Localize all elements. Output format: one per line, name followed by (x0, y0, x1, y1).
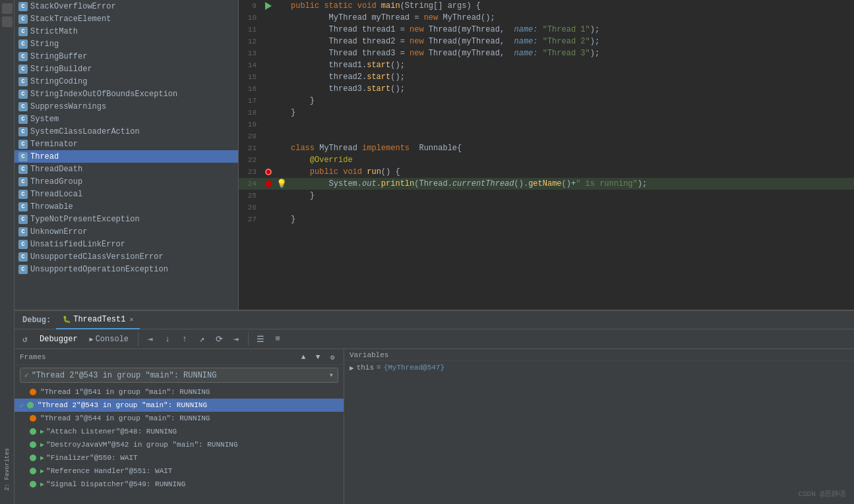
class-list-item-stringindexoutofboundsexception[interactable]: CStringIndexOutOfBoundsException (15, 88, 238, 100)
code-line-25: 25 } (239, 190, 854, 202)
class-icon: C (18, 202, 28, 211)
class-list-item-unsatisfiedlinkerror[interactable]: CUnsatisfiedLinkError (15, 238, 238, 250)
line-number: 20 (239, 132, 262, 140)
line-gutter2: 💡 (275, 179, 288, 189)
evaluate-button[interactable]: ⟳ (211, 331, 227, 347)
line-content: public static void main(String[] args) { (288, 1, 854, 11)
step-into-button[interactable]: ↓ (160, 331, 175, 347)
line-number: 27 (239, 215, 262, 223)
class-list-item-typenotpresentexception[interactable]: CTypeNotPresentException (15, 213, 238, 225)
line-content: Thread thread3 = new Thread(myThread, na… (288, 49, 854, 58)
class-icon: C (18, 165, 28, 174)
class-list-item-suppresswarnings[interactable]: CSuppressWarnings (15, 100, 238, 113)
top-section: CStackOverflowErrorCStackTraceElementCSt… (15, 0, 854, 310)
class-list-item-terminator[interactable]: CTerminator (15, 138, 238, 150)
line-content: MyThread myThread = new MyThread(); (288, 13, 854, 22)
thread-name-label: "Finalizer"@550: WAIT (46, 454, 138, 462)
frames-filter-btn[interactable]: ⚙ (326, 351, 338, 363)
class-list-item-system[interactable]: CSystem (15, 113, 238, 125)
thread-item-3[interactable]: "Thread 3"@544 in group "main": RUNNING (15, 412, 344, 425)
class-name-label: SystemClassLoaderAction (30, 127, 140, 136)
frames-label: Frames (20, 353, 46, 361)
debugger-tab[interactable]: Debugger (34, 331, 83, 347)
class-list-item-threaddeath[interactable]: CThreadDeath (15, 163, 238, 175)
thread-bullet-icon (30, 441, 36, 448)
code-line-19: 19 (239, 119, 854, 130)
watermark: CSDN @思静语 (798, 489, 846, 499)
class-name-label: ThreadLocal (30, 190, 82, 199)
thread-dropdown[interactable]: ✓ "Thread 2"@543 in group "main": RUNNIN… (20, 368, 338, 383)
thread-item-7[interactable]: ▶"Reference Handler"@551: WAIT (15, 464, 344, 478)
class-list-item-strictmath[interactable]: CStrictMath (15, 25, 238, 38)
class-list-item-stacktraceelement[interactable]: CStackTraceElement (15, 13, 238, 25)
thread-item-6[interactable]: ▶"Finalizer"@550: WAIT (15, 451, 344, 464)
debug-label: Debug: (17, 316, 56, 325)
thread-bullet-icon (30, 389, 36, 395)
debugger-toolbar: ↺ Debugger ▶ Console ⇥ ↓ ↑ ↗ ⟳ ⇥ ☰ ≡ (15, 329, 854, 349)
thread-bullet-icon (27, 402, 34, 408)
var-expand-icon[interactable]: ▶ (350, 364, 354, 372)
class-icon: C (18, 90, 28, 99)
settings-button[interactable]: ☰ (253, 331, 268, 347)
execution-arrow-icon (265, 2, 272, 10)
console-tab[interactable]: ▶ Console (84, 331, 134, 347)
class-list-item-thread[interactable]: CThread (15, 150, 238, 163)
thread-item-5[interactable]: ▶"DestroyJavaVM"@542 in group "main": RU… (15, 438, 344, 451)
debug-tab-close[interactable]: ✕ (129, 316, 133, 323)
step-over-button[interactable]: ⇥ (142, 331, 158, 347)
trace-button[interactable]: ⇥ (228, 331, 244, 347)
thread-item-1[interactable]: "Thread 1"@541 in group "main": RUNNING (15, 385, 344, 399)
sidebar-icon-2[interactable] (2, 16, 13, 27)
thread-name-label: "Thread 1"@541 in group "main": RUNNING (40, 388, 210, 396)
var-value: {MyThread@547} (384, 364, 444, 372)
thread-bullet-icon (30, 455, 36, 461)
var-name: this (357, 364, 374, 372)
class-list-item-threadlocal[interactable]: CThreadLocal (15, 188, 238, 200)
class-list-item-unsupportedoperationexception[interactable]: CUnsupportedOperationException (15, 263, 238, 275)
class-name-label: UnsupportedOperationException (30, 265, 168, 274)
debug-panel: Debug: 🐛 ThreadTest1 ✕ ↺ Debugger ▶ Cons… (15, 310, 854, 504)
class-list-panel: CStackOverflowErrorCStackTraceElementCSt… (15, 0, 239, 310)
class-icon: C (18, 177, 28, 186)
run-cursor-button[interactable]: ↗ (194, 331, 210, 347)
class-icon: C (18, 102, 28, 111)
class-list-item-string[interactable]: CString (15, 38, 238, 50)
class-name-label: Thread (30, 152, 59, 161)
sidebar-icon-1[interactable] (2, 3, 13, 14)
step-out-button[interactable]: ↑ (177, 331, 193, 347)
code-line-23: 23 public void run() { (239, 166, 854, 178)
thread-child-icon: ▶ (40, 441, 44, 449)
class-list-item-stringcoding[interactable]: CStringCoding (15, 75, 238, 88)
thread-bullet-icon (30, 481, 36, 488)
debug-tab-threadtest1[interactable]: 🐛 ThreadTest1 ✕ (56, 311, 140, 329)
line-gutter (262, 169, 275, 175)
breakpoint-icon[interactable] (265, 169, 272, 175)
class-list-item-stackoverflowerror[interactable]: CStackOverflowError (15, 0, 238, 13)
class-list-item-stringbuffer[interactable]: CStringBuffer (15, 50, 238, 63)
code-line-13: 13 Thread thread3 = new Thread(myThread,… (239, 47, 854, 59)
class-list-item-systemclassloaderaction[interactable]: CSystemClassLoaderAction (15, 125, 238, 138)
class-list-item-threadgroup[interactable]: CThreadGroup (15, 175, 238, 188)
breakpoint-icon[interactable] (265, 181, 272, 187)
variables-panel: Variables ▶ this = {MyThread@547} (344, 349, 854, 504)
class-list-item-throwable[interactable]: CThrowable (15, 200, 238, 213)
more-button[interactable]: ≡ (270, 331, 286, 347)
class-name-label: SuppressWarnings (30, 102, 106, 111)
class-icon: C (18, 152, 28, 161)
restart-button[interactable]: ↺ (17, 331, 33, 347)
class-list-item-unknownerror[interactable]: CUnknownError (15, 225, 238, 238)
line-number: 14 (239, 61, 262, 69)
debug-content: Frames ▲ ▼ ⚙ ✓ "Thread 2"@543 in group "… (15, 349, 854, 504)
class-list-item-stringbuilder[interactable]: CStringBuilder (15, 63, 238, 75)
frames-up-btn[interactable]: ▲ (297, 351, 309, 363)
frames-down-btn[interactable]: ▼ (312, 351, 324, 363)
class-list-item-unsupportedclassversionerror[interactable]: CUnsupportedClassVersionError (15, 250, 238, 263)
thread-child-icon: ▶ (40, 467, 44, 475)
thread-item-4[interactable]: ▶"Attach Listener"@548: RUNNING (15, 425, 344, 438)
thread-name-label: "Signal Dispatcher"@549: RUNNING (46, 480, 185, 488)
thread-item-8[interactable]: ▶"Signal Dispatcher"@549: RUNNING (15, 478, 344, 491)
line-content: class MyThread implements Runnable{ (288, 144, 854, 153)
code-line-24: 24💡 System.out.println(Thread.currentThr… (239, 178, 854, 190)
thread-item-2[interactable]: ✓"Thread 2"@543 in group "main": RUNNING (15, 399, 344, 412)
code-line-26: 26 (239, 202, 854, 213)
